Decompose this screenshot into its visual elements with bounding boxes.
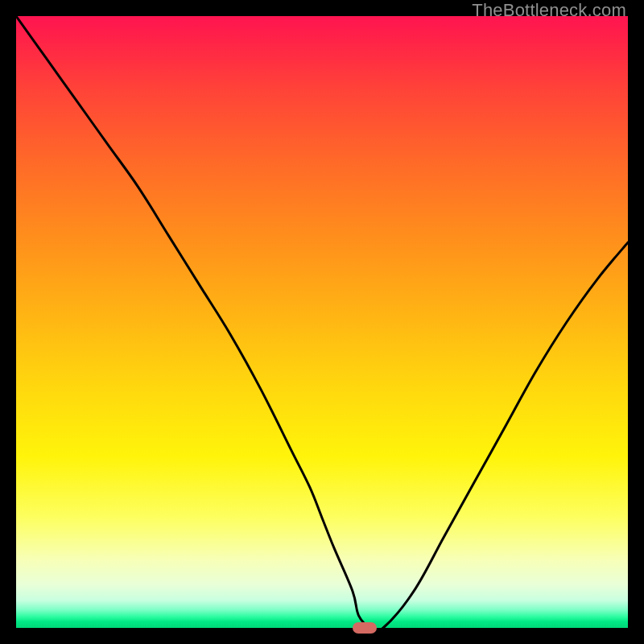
curve-svg (16, 16, 628, 628)
bottleneck-curve (16, 16, 628, 628)
optimal-point-marker (353, 622, 377, 634)
plot-area (16, 16, 628, 628)
chart-frame: TheBottleneck.com (0, 0, 644, 644)
